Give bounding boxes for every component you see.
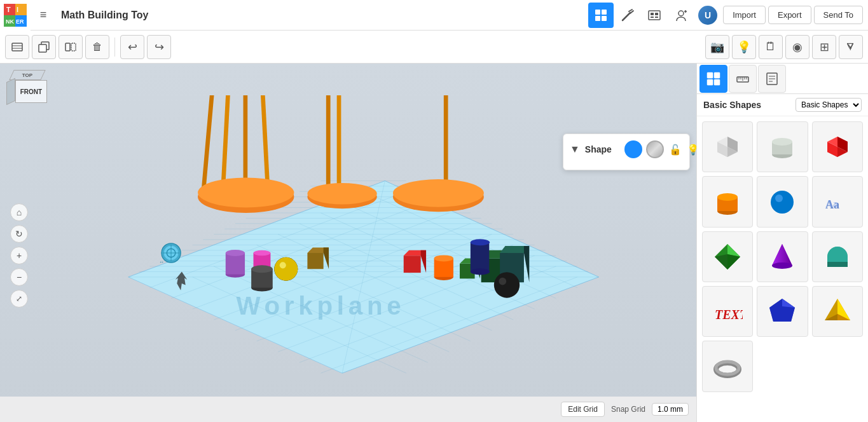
- unlock-icon[interactable]: 🔓: [669, 144, 682, 156]
- zoom-fit-button[interactable]: ⤢: [10, 290, 28, 308]
- nav-actions: Import Export Send To: [723, 6, 863, 24]
- panel-tab-notes[interactable]: [758, 65, 786, 93]
- shapes-grid: Aa Aa: [697, 116, 868, 397]
- svg-rect-73: [202, 95, 215, 191]
- grid-view-button[interactable]: [588, 3, 614, 28]
- panel-tab-grid[interactable]: [699, 65, 727, 93]
- nav-icons: U: [588, 3, 720, 28]
- delete-button[interactable]: 🗑: [85, 35, 109, 59]
- svg-point-101: [280, 262, 286, 268]
- shape-item-pentagon[interactable]: [757, 286, 808, 337]
- duplicate-button[interactable]: [32, 35, 56, 59]
- shape-item-text3d[interactable]: Aa Aa: [812, 176, 863, 227]
- zoom-in-button[interactable]: +: [10, 247, 28, 264]
- svg-text:I: I: [17, 6, 18, 13]
- import-button[interactable]: Import: [723, 6, 766, 24]
- cube-front-face[interactable]: FRONT: [15, 80, 47, 103]
- svg-rect-17: [655, 13, 658, 15]
- svg-point-148: [772, 138, 792, 146]
- svg-marker-163: [727, 254, 740, 269]
- profile-button[interactable]: U: [695, 3, 720, 28]
- panel-tab-ruler[interactable]: [729, 65, 757, 93]
- shape-item-diamond[interactable]: [702, 231, 753, 282]
- light-button[interactable]: 💡: [732, 35, 756, 59]
- shape-item-pyramid[interactable]: [812, 286, 863, 337]
- send-to-button[interactable]: Send To: [814, 6, 863, 24]
- app-logo[interactable]: T I NK ER: [0, 0, 31, 31]
- svg-point-82: [307, 183, 376, 205]
- shape-item-text[interactable]: TEXT: [702, 286, 753, 337]
- svg-rect-79: [326, 95, 331, 197]
- svg-point-78: [198, 177, 294, 207]
- orbit-button[interactable]: ↻: [10, 225, 28, 243]
- solid-color-swatch[interactable]: [624, 140, 642, 158]
- edit-grid-button[interactable]: Edit Grid: [561, 402, 605, 417]
- svg-marker-171: [782, 299, 795, 308]
- add-user-button[interactable]: [668, 3, 694, 28]
- 3d-viewport[interactable]: TOP FRONT ⌂ ↻ + − ⤢: [0, 64, 696, 422]
- svg-point-98: [254, 250, 271, 255]
- shape-item-cylinder[interactable]: [757, 121, 808, 172]
- svg-rect-19: [655, 17, 658, 18]
- svg-rect-10: [595, 16, 600, 21]
- camera-button[interactable]: 📷: [705, 35, 729, 59]
- bulb-icon[interactable]: 💡: [687, 144, 696, 156]
- gallery-button[interactable]: [642, 3, 667, 28]
- home-view-button[interactable]: ⌂: [10, 203, 28, 221]
- hole-swatch[interactable]: [646, 140, 664, 158]
- shape-item-box-red[interactable]: [812, 121, 863, 172]
- right-panel: Basic Shapes Basic Shapes Letters Math A…: [696, 64, 868, 422]
- svg-rect-80: [337, 95, 341, 197]
- redo-button[interactable]: ↪: [147, 35, 171, 59]
- shape-panel-collapse[interactable]: ▼: [570, 144, 580, 155]
- svg-point-85: [393, 179, 484, 207]
- 3d-scene: TOP FRONT ⌂ ↻ + − ⤢: [0, 64, 696, 422]
- svg-rect-131: [714, 79, 720, 85]
- top-navigation: T I NK ER ≡ Math Building Toy: [0, 0, 868, 31]
- shape-item-orange-cyl[interactable]: [702, 176, 753, 227]
- shapes-dropdown[interactable]: Basic Shapes Letters Math Animals: [796, 98, 862, 112]
- svg-point-166: [772, 262, 792, 269]
- svg-point-156: [771, 191, 794, 214]
- svg-marker-162: [715, 254, 727, 269]
- workplane-button[interactable]: [5, 35, 29, 59]
- view-cube[interactable]: TOP FRONT: [6, 70, 57, 127]
- svg-rect-120: [471, 242, 489, 271]
- shape-item-arch[interactable]: [812, 231, 863, 282]
- project-title: Math Building Toy: [61, 10, 325, 21]
- pickaxe-button[interactable]: [615, 3, 640, 28]
- svg-rect-130: [707, 79, 713, 85]
- mirror-button[interactable]: [59, 35, 83, 59]
- svg-text:Aa: Aa: [825, 198, 838, 209]
- undo-button[interactable]: ↩: [120, 35, 144, 59]
- shape-item-sphere[interactable]: [757, 176, 808, 227]
- notes-button[interactable]: 🗒: [759, 35, 783, 59]
- svg-rect-27: [39, 44, 46, 52]
- toolbar-separator-1: [114, 37, 115, 57]
- svg-rect-75: [244, 95, 248, 186]
- svg-point-122: [471, 268, 490, 275]
- annotate-button[interactable]: ◉: [785, 35, 809, 59]
- shape-item-box[interactable]: [702, 121, 753, 172]
- svg-rect-8: [595, 10, 600, 15]
- svg-point-20: [679, 11, 684, 16]
- shape-item-torus[interactable]: [702, 341, 753, 391]
- align-button[interactable]: ⊞: [812, 35, 836, 59]
- svg-text:NK: NK: [6, 18, 14, 25]
- export-button[interactable]: Export: [768, 6, 811, 24]
- menu-button[interactable]: ≡: [31, 3, 56, 28]
- shape-panel: ▼ Shape 🔓 💡: [563, 133, 690, 170]
- cube-side-face[interactable]: [6, 78, 15, 106]
- shape-colors: [624, 140, 664, 158]
- svg-rect-11: [602, 16, 607, 21]
- zoom-out-button[interactable]: −: [10, 268, 28, 286]
- svg-text:T: T: [6, 6, 11, 13]
- svg-rect-74: [221, 95, 232, 186]
- snap-value[interactable]: 1.0 mm: [652, 403, 689, 416]
- reflect-button[interactable]: ⛛: [839, 35, 863, 59]
- shape-item-cone[interactable]: [757, 231, 808, 282]
- svg-text:↔: ↔: [159, 259, 164, 265]
- svg-point-157: [775, 194, 783, 202]
- svg-rect-15: [649, 11, 660, 20]
- svg-line-13: [629, 10, 632, 11]
